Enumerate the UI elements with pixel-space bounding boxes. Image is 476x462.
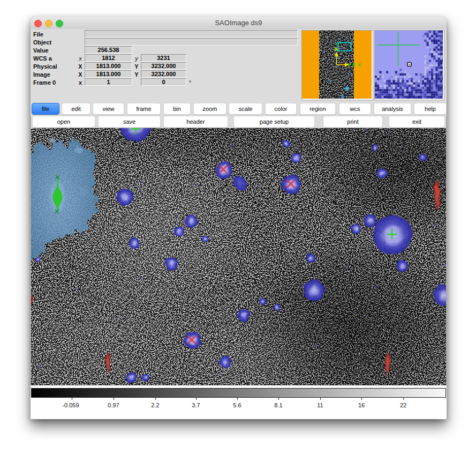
svg-text:Y: Y [335,41,338,47]
svg-text:N: N [335,47,338,52]
svg-text:X: X [358,62,361,68]
svg-text:E: E [352,62,356,68]
